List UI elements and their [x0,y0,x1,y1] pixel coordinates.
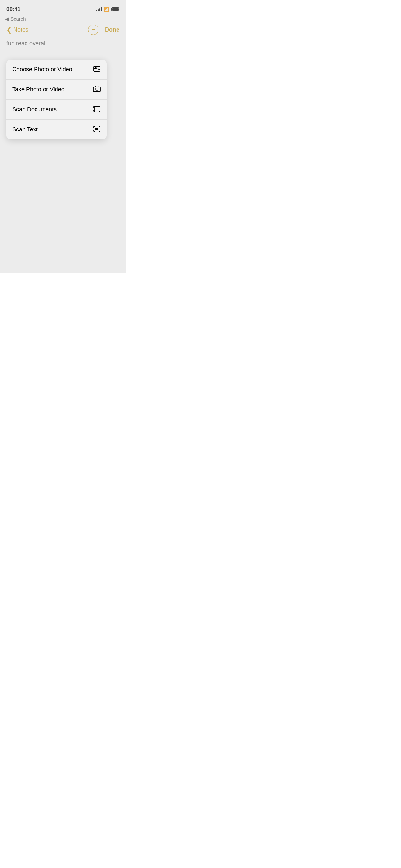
context-menu: Choose Photo or Video Take Photo or Vide… [6,60,106,140]
scan-text-label: Scan Text [12,126,38,133]
scan-documents-label: Scan Documents [12,106,57,113]
scan-document-icon [93,105,101,114]
menu-item-scan-documents[interactable]: Scan Documents [6,100,106,120]
svg-rect-3 [95,106,99,111]
menu-item-choose-photo[interactable]: Choose Photo or Video [6,60,106,80]
camera-icon [93,85,101,94]
scan-text-icon [93,125,101,134]
svg-point-2 [96,88,98,90]
take-photo-label: Take Photo or Video [12,86,65,93]
photo-library-icon [93,65,101,74]
menu-item-take-photo[interactable]: Take Photo or Video [6,80,106,100]
menu-item-scan-text[interactable]: Scan Text [6,120,106,140]
choose-photo-label: Choose Photo or Video [12,66,72,73]
